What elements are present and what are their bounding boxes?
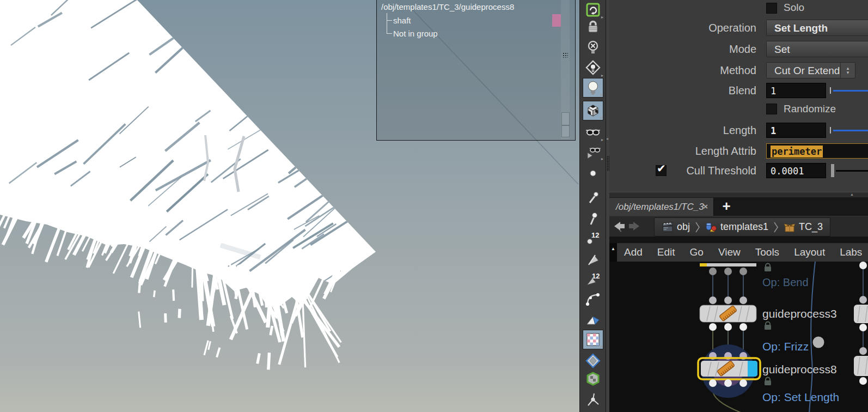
cull-threshold-field[interactable]: 0.0001 (766, 163, 826, 178)
tree-line (387, 13, 387, 34)
length-attrib-field[interactable]: perimeter (766, 143, 868, 159)
subnet-box-icon (784, 221, 796, 233)
slider-tick (830, 127, 831, 134)
forward-button[interactable] (628, 219, 642, 233)
submenu-arrow-icon: ▸ (601, 116, 603, 120)
breadcrumb-label: templates1 (720, 221, 768, 233)
group-list-overlay: /obj/templates1/TC_3/guideprocess8 shaft… (376, 0, 576, 141)
param-row-length-attrib: Length Attrib perimeter (609, 143, 868, 160)
lights-off-icon[interactable] (583, 38, 603, 57)
prim-numbers-icon[interactable]: 12 (583, 269, 603, 289)
length-label: Length (609, 123, 756, 138)
menu-view[interactable]: View (718, 246, 741, 258)
blend-slider[interactable] (833, 90, 868, 92)
blend-field[interactable]: 1 (766, 83, 826, 98)
network-graph-canvas[interactable]: Op: Bend guideprocess3 (609, 262, 868, 412)
group-list-scrollbar[interactable] (561, 0, 570, 139)
lock-icon (765, 264, 771, 272)
submenu-arrow-icon: ▸ (601, 157, 603, 161)
prim-markers-icon[interactable] (583, 249, 603, 269)
chevron-right-icon (695, 221, 700, 233)
method-dropdown[interactable]: Cut Or Extend ▴▾ (766, 62, 855, 78)
face-normals-icon[interactable] (583, 311, 603, 330)
menu-labs[interactable]: Labs (840, 246, 862, 258)
network-scroll-groove[interactable]: ▲ (609, 192, 868, 198)
slider-handle[interactable] (830, 163, 835, 178)
scroll-up-icon[interactable]: ▲ (850, 192, 854, 196)
normal-lighting-icon[interactable]: ▸ (583, 78, 603, 98)
network-path-bar: obj templates1 (609, 216, 868, 237)
point-handles-icon[interactable] (583, 187, 603, 207)
menu-add[interactable]: Add (624, 246, 643, 258)
cull-threshold-slider[interactable] (836, 170, 868, 172)
length-slider[interactable] (833, 130, 868, 131)
new-tab-button[interactable]: + (717, 198, 736, 216)
node-name-label: guideprocess3 (762, 307, 837, 320)
node-partial-right[interactable] (854, 262, 868, 385)
length-attrib-label: Length Attrib (609, 143, 756, 159)
point-trails-icon[interactable] (583, 391, 603, 410)
operation-label: Operation (609, 20, 756, 36)
node-guideprocess3[interactable] (700, 296, 756, 331)
svg-text:12: 12 (591, 231, 599, 239)
visualizers-icon[interactable]: ▸ (583, 330, 603, 349)
drag-grip-icon[interactable] (563, 52, 568, 58)
group-list-title: /obj/templates1/TC_3/guideprocess8 (381, 2, 514, 11)
length-field[interactable]: 1 (766, 123, 826, 138)
node-guideprocess8[interactable] (698, 344, 760, 398)
menu-tools[interactable]: Tools (755, 246, 779, 258)
menu-edit[interactable]: Edit (657, 246, 675, 258)
menu-go[interactable]: Go (690, 246, 704, 258)
param-row-blend: Blend 1 (609, 83, 868, 99)
point-pin-icon[interactable] (583, 208, 603, 228)
smooth-shading-icon[interactable]: ▸ (583, 101, 603, 120)
headlight-only-icon[interactable]: ▸ (583, 58, 603, 78)
prim-normals-icon[interactable] (583, 351, 603, 371)
group-item-not-in-group[interactable]: Not in group (393, 29, 438, 38)
back-button[interactable] (612, 219, 626, 233)
network-tab-bar: /obj/templates1/TC_3 × + (609, 198, 868, 216)
submenu-arrow-icon: ▸ (601, 93, 603, 97)
selected-text: perimeter (771, 146, 823, 157)
node-bend-partial[interactable] (700, 263, 756, 275)
dot-badge[interactable] (813, 337, 824, 348)
breadcrumb-obj[interactable]: obj (657, 218, 695, 236)
param-row-method: Method Cut Or Extend ▴▾ (609, 62, 868, 78)
spinner-arrows-icon[interactable]: ▴▾ (840, 63, 855, 78)
breadcrumb-label: obj (677, 221, 690, 233)
breadcrumb-templates1[interactable]: templates1 (700, 218, 773, 236)
lock-camera-icon[interactable] (583, 17, 603, 37)
pane-splitter[interactable]: ◂ (606, 0, 609, 412)
blend-label: Blend (609, 83, 756, 98)
solo-checkbox[interactable] (766, 3, 777, 14)
menu-collapse-stub[interactable]: ▲ (609, 243, 617, 262)
scrollbar-button[interactable] (561, 112, 570, 125)
uv-viewport-icon[interactable] (583, 369, 603, 389)
display-options-icon[interactable]: ▸ (583, 123, 603, 142)
breadcrumb-label: TC_3 (799, 221, 823, 233)
splitter-collapse-icon[interactable]: ◂ (606, 136, 608, 141)
breadcrumb: obj templates1 (654, 217, 830, 237)
operation-menu-button[interactable]: Set Length (766, 20, 868, 36)
houdini-window: /obj/templates1/TC_3/guideprocess8 shaft… (0, 0, 868, 412)
mode-menu-button[interactable]: Set (766, 41, 868, 57)
menu-layout[interactable]: Layout (794, 246, 825, 258)
network-menu-bar: Add Edit Go View Tools Layout Labs Help (617, 243, 868, 262)
network-gap (609, 237, 868, 243)
breadcrumb-tc3[interactable]: TC_3 (779, 218, 828, 236)
submenu-arrow-icon: ▸ (601, 74, 603, 78)
scrollbar-button[interactable] (561, 125, 570, 137)
tab-close-icon[interactable]: × (703, 198, 708, 216)
tab-obj-templates1-tc3[interactable]: /obj/templates1/TC_3 × (609, 198, 714, 216)
viewport-3d[interactable]: /obj/templates1/TC_3/guideprocess8 shaft… (0, 0, 579, 412)
hull-markers-icon[interactable] (583, 289, 603, 308)
visualizer-glasses-icon[interactable]: ▸ (583, 142, 603, 161)
network-graph[interactable]: Op: Bend guideprocess3 (609, 262, 868, 412)
randomize-checkbox[interactable] (766, 104, 777, 114)
point-markers-icon[interactable] (583, 163, 603, 183)
group-item-shaft[interactable]: shaft (393, 16, 411, 25)
slider-tick (830, 87, 831, 94)
svg-text:12: 12 (592, 272, 600, 280)
param-row-length: Length 1 (609, 123, 868, 139)
point-numbers-icon[interactable]: 12 (583, 228, 603, 248)
